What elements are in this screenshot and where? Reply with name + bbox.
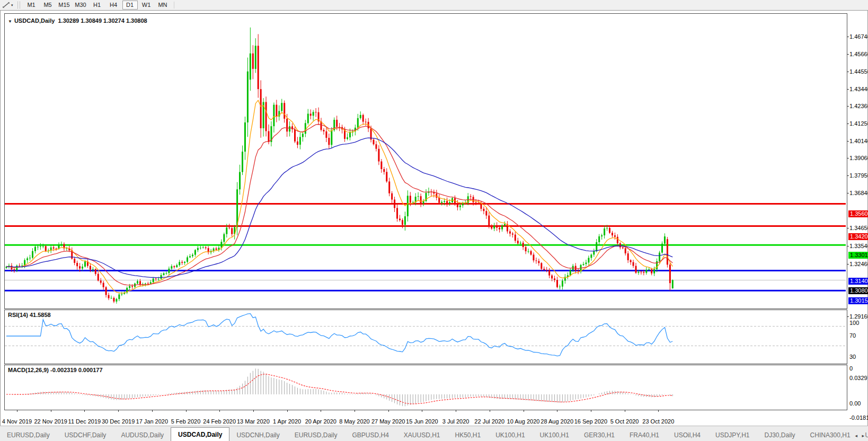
y-axis-tick-mark xyxy=(847,228,849,228)
y-axis-tick-mark xyxy=(847,72,849,72)
macd-scale-label: 0.00 xyxy=(849,400,861,407)
y-axis-tick-mark xyxy=(847,158,849,158)
rsi-scale-label: 0 xyxy=(849,365,853,372)
chart-tab-china300-16[interactable]: CHINA300,H1 xyxy=(803,429,857,441)
x-axis-tick-mark xyxy=(591,410,591,412)
y-axis-tick-label: 1.41250 xyxy=(849,120,868,127)
ma-mid-line xyxy=(6,125,672,286)
x-axis-date-label: 23 Oct 2020 xyxy=(636,418,680,425)
chart-tab-usdcad-3[interactable]: USDCAD,Daily xyxy=(171,427,229,441)
y-axis-tick-label: 1.33540 xyxy=(849,243,868,250)
y-axis-tick-label: 1.34650 xyxy=(849,225,868,232)
chart-window: ▼USDCAD,Daily 1.30289 1.30849 1.30274 1.… xyxy=(0,10,868,427)
chart-tab-dj30-15[interactable]: DJ30,Daily xyxy=(758,429,802,441)
x-axis-tick-mark xyxy=(186,410,187,412)
timeframe-button-m1[interactable]: M1 xyxy=(24,1,39,10)
timeframe-button-h1[interactable]: H1 xyxy=(90,1,105,10)
chart-tab-hk50-8[interactable]: HK50,H1 xyxy=(448,429,488,441)
x-axis-tick-mark xyxy=(84,410,85,412)
price-badge-1.30808: 1.30808 xyxy=(848,287,868,294)
y-axis-tick-mark xyxy=(847,193,849,193)
macd-scale-label: -0.018154 xyxy=(849,414,868,421)
y-axis-tick-mark xyxy=(847,54,849,55)
y-axis-tick-label: 1.43440 xyxy=(849,86,868,93)
candlestick-chart[interactable]: ▼USDCAD,Daily 1.30289 1.30849 1.30274 1.… xyxy=(4,13,847,309)
y-axis-tick-mark xyxy=(847,89,849,90)
x-axis-tick-mark xyxy=(17,410,17,412)
trendline-tool-icon[interactable] xyxy=(2,1,11,9)
timeframe-button-m30[interactable]: M30 xyxy=(73,1,88,10)
y-axis-tick-label: 1.36840 xyxy=(849,190,868,197)
chart-tab-eurusd-5[interactable]: EURUSD,Daily xyxy=(288,429,344,441)
collapse-arrow-icon[interactable]: ▼ xyxy=(8,19,12,24)
timeframe-button-w1[interactable]: W1 xyxy=(139,1,154,10)
y-axis-tick-label: 1.37950 xyxy=(849,172,868,179)
tool-dropdown-caret[interactable]: ▾ xyxy=(11,3,13,7)
chart-tab-xauusd-7[interactable]: XAUUSD,H1 xyxy=(397,429,447,441)
macd-scale-label: 0.032972 xyxy=(849,375,868,382)
y-axis-tick-mark xyxy=(847,106,849,107)
timeframe-button-mn[interactable]: MN xyxy=(155,1,171,10)
y-axis-tick-label: 1.44550 xyxy=(849,68,868,75)
macd-label: MACD(12,26,9) -0.002319 0.000177 xyxy=(8,367,103,373)
price-badge-1.33011: 1.33011 xyxy=(848,252,868,259)
price-badge-1.30152: 1.30152 xyxy=(848,297,868,304)
y-axis-tick-label: 1.32460 xyxy=(849,261,868,268)
timeframe-button-m15[interactable]: M15 xyxy=(57,1,72,10)
candle-series xyxy=(6,28,674,304)
mt4-terminal: ▾ M1M5M15M30H1H4D1W1MN ▼USDCAD,Daily 1.3… xyxy=(0,0,868,441)
chart-tab-uk100-10[interactable]: UK100,H1 xyxy=(533,429,576,441)
x-axis-tick-mark xyxy=(51,410,51,412)
chart-tab-usdjpy-14[interactable]: USDJPY,H1 xyxy=(708,429,756,441)
chart-tab-audusd-2[interactable]: AUDUSD,Daily xyxy=(114,429,171,441)
chart-tab-uk100-9[interactable]: UK100,H1 xyxy=(489,429,532,441)
tab-scroll-left-icon[interactable]: ◂ xyxy=(855,433,859,438)
x-axis-tick-mark xyxy=(658,410,659,412)
chart-title: ▼USDCAD,Daily 1.30289 1.30849 1.30274 1.… xyxy=(8,17,147,24)
chart-title-symbol: USDCAD,Daily xyxy=(14,17,55,24)
rsi-scale-label: 100 xyxy=(849,320,859,327)
y-axis-tick-mark xyxy=(847,264,849,264)
x-axis-tick-mark xyxy=(321,410,321,412)
y-axis-tick-label: 1.39060 xyxy=(849,155,868,162)
chart-tab-eurusd-0[interactable]: EURUSD,Daily xyxy=(0,429,57,441)
price-badge-1.31405: 1.31405 xyxy=(848,278,868,285)
tab-scroll-right-icon[interactable]: ▸ xyxy=(862,433,866,438)
price-badge-1.34206: 1.34206 xyxy=(848,233,868,240)
chart-tab-gbpusd-6[interactable]: GBPUSD,H4 xyxy=(345,429,395,441)
chart-tab-ger30-11[interactable]: GER30,H1 xyxy=(577,429,622,441)
rsi-scale-label: 70 xyxy=(849,332,856,339)
y-axis-tick-label: 1.46740 xyxy=(849,33,868,40)
timeframe-buttons: M1M5M15M30H1H4D1W1MN xyxy=(23,1,171,10)
x-axis-tick-mark xyxy=(152,410,153,412)
chart-title-ohlc: 1.30289 1.30849 1.30274 1.30808 xyxy=(58,17,147,24)
x-axis-tick-mark xyxy=(219,410,220,412)
toolbar-grip[interactable] xyxy=(17,2,20,8)
y-axis-tick-mark xyxy=(847,316,849,317)
x-axis-tick-mark xyxy=(557,410,557,412)
x-axis-tick-mark xyxy=(490,410,490,412)
x-axis-tick-mark xyxy=(118,410,119,412)
price-badge-1.35606: 1.35606 xyxy=(848,210,868,217)
timeframe-button-h4[interactable]: H4 xyxy=(106,1,121,10)
timeframe-button-d1[interactable]: D1 xyxy=(122,1,138,10)
y-axis-tick-label: 1.42360 xyxy=(849,103,868,110)
x-axis-tick-mark xyxy=(625,410,625,412)
x-axis-tick-mark xyxy=(355,410,355,412)
y-axis-tick-mark xyxy=(847,246,849,246)
rsi-label: RSI(14) 41.5858 xyxy=(8,312,51,318)
rsi-pane[interactable]: RSI(14) 41.5858 xyxy=(4,310,847,364)
timeframe-button-m5[interactable]: M5 xyxy=(40,1,56,10)
chart-tab-usdchf-1[interactable]: USDCHF,Daily xyxy=(58,429,113,441)
chart-tab-fra40-12[interactable]: FRA40,H1 xyxy=(623,429,666,441)
x-axis-tick-mark xyxy=(388,410,389,412)
y-axis-tick-mark xyxy=(847,37,849,37)
x-axis-tick-mark xyxy=(422,410,422,412)
x-axis-tick-mark xyxy=(524,410,524,412)
chart-tab-usdcnh-4[interactable]: USDCNH,Daily xyxy=(229,429,286,441)
chart-tab-bar: ◂ ▸ EURUSD,DailyUSDCHF,DailyAUDUSD,Daily… xyxy=(0,426,868,441)
macd-pane[interactable]: MACD(12,26,9) -0.002319 0.000177 xyxy=(4,365,847,410)
chart-tab-usoil-13[interactable]: USOil,H4 xyxy=(667,429,707,441)
x-axis-tick-mark xyxy=(456,410,456,412)
tab-scroll-arrows[interactable]: ◂ ▸ xyxy=(855,433,866,438)
